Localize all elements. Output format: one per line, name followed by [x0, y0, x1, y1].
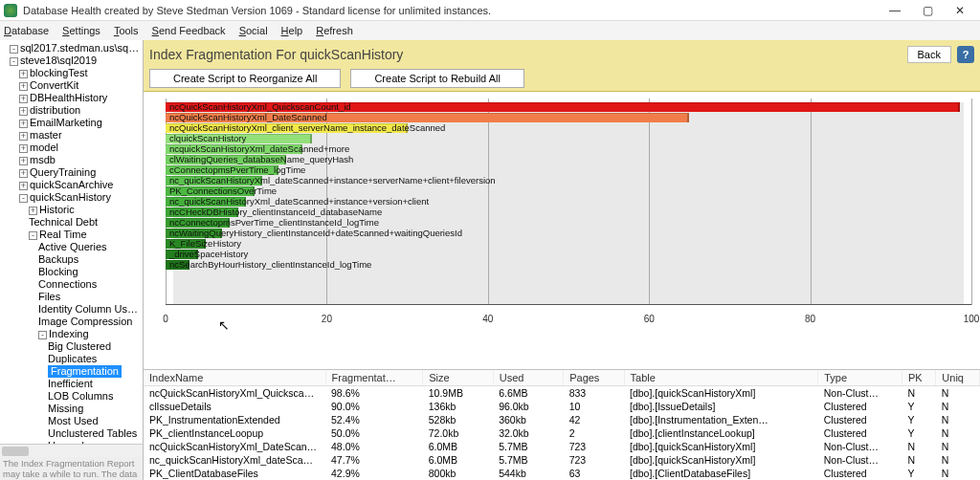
column-header[interactable]: Size	[423, 370, 493, 386]
chart-bar-label: clWaitingQueries_databaseName_queryHash	[169, 154, 353, 164]
menu-help[interactable]: Help	[281, 25, 303, 36]
table-row[interactable]: PK_ClientDatabaseFiles42.9%800kb544kb63[…	[144, 467, 980, 480]
tree-node[interactable]: LOB Columns	[4, 390, 141, 403]
tree-node[interactable]: -steve18\sql2019	[4, 55, 141, 67]
chart-bar[interactable]: nc_quickScanHistoryXml_dateScanned+insta…	[166, 176, 971, 186]
title-bar: Database Health created by Steve Stedman…	[0, 0, 980, 21]
heading-bar: Index Fragmentation For quickScanHistory…	[144, 40, 980, 65]
tree-node[interactable]: +model	[4, 142, 141, 154]
chart-bar-label: ncSearchByHourHistory_clientInstanceId_l…	[169, 259, 371, 270]
tree-node[interactable]: -sql2017.stedman.us\sqlexpress (Dε	[4, 42, 141, 55]
tree-node[interactable]: Inefficient	[4, 378, 141, 390]
table-row[interactable]: ncQuickScanHistoryXml_DateScan…48.0%6.0M…	[144, 440, 980, 453]
tree-node[interactable]: +master	[4, 129, 141, 142]
rebuild-all-button[interactable]: Create Script to Rebuild All	[350, 69, 523, 88]
table-row[interactable]: PK_InstrumentationExtended52.4%528kb360k…	[144, 413, 980, 426]
fragmentation-chart: ncQuickScanHistoryXml_QuickscanCount_idn…	[144, 92, 980, 369]
tree-node[interactable]: Technical Debt	[4, 216, 141, 229]
x-tick: 80	[805, 314, 815, 324]
database-tree[interactable]: -sql2017.stedman.us\sqlexpress (Dε-steve…	[0, 40, 144, 480]
x-tick: 40	[482, 314, 493, 324]
app-icon	[4, 4, 17, 17]
x-tick: 60	[644, 314, 655, 324]
chart-bar-label: nc_quickScanHistoryXml_dateScanned+insta…	[169, 196, 429, 207]
chart-bar-label: nc_quickScanHistoryXml_dateScanned+insta…	[169, 175, 496, 185]
tree-node[interactable]: Fragmentation	[4, 365, 141, 378]
tree-node[interactable]: +msdb	[4, 154, 141, 166]
tree-node[interactable]: Files	[4, 291, 141, 303]
tree-node[interactable]: Connections	[4, 278, 141, 291]
x-tick: 20	[322, 314, 332, 324]
column-header[interactable]: Table	[624, 370, 818, 386]
chart-bar[interactable]: K_FileSizeHistory	[166, 239, 971, 250]
tree-node[interactable]: Active Queries	[4, 241, 141, 253]
table-row[interactable]: nc_quickScanHistoryXml_dateSca…47.7%6.0M…	[144, 453, 980, 467]
chart-bar-label: K_FileSizeHistory	[169, 238, 241, 249]
chart-bar-label: ncCHeckDBHistory_clientInstanceId_databa…	[169, 207, 382, 217]
menu-refresh[interactable]: Refresh	[316, 25, 353, 36]
tree-node[interactable]: Unclustered Tables	[4, 427, 141, 440]
minimize-button[interactable]: —	[879, 1, 911, 20]
tree-horizontal-scrollbar[interactable]	[0, 444, 143, 457]
chart-bar-label: PK_ConnectionsOverTime	[169, 185, 277, 196]
tree-node[interactable]: +blockingTest	[4, 67, 141, 79]
menu-social[interactable]: Social	[239, 25, 268, 36]
help-icon[interactable]: ?	[957, 46, 974, 63]
tree-node[interactable]: Backups	[4, 253, 141, 266]
maximize-button[interactable]: ▢	[911, 1, 944, 20]
tree-node[interactable]: +distribution	[4, 104, 141, 117]
tree-node[interactable]: Image Compression	[4, 316, 141, 328]
chart-bar-label: ncQuickScanHistoryXml_QuickscanCount_id	[169, 101, 351, 112]
chart-bar-label: ncWaitingQueryHistory_clientInstanceId+d…	[169, 228, 462, 238]
tree-node[interactable]: +ConvertKit	[4, 79, 141, 92]
tree-node[interactable]: Identity Column Usage	[4, 303, 141, 316]
tree-node[interactable]: +Historic	[4, 204, 141, 216]
tree-node[interactable]: Duplicates	[4, 353, 141, 365]
chart-bar[interactable]: ncQuickScanHistoryXml_client_serverName_…	[166, 123, 971, 134]
tree-node[interactable]: -Real Time	[4, 229, 141, 241]
x-tick: 0	[163, 314, 168, 324]
menu-database[interactable]: Database	[4, 25, 49, 36]
tree-node[interactable]: +QueryTraining	[4, 166, 141, 179]
menu-settings[interactable]: Settings	[62, 25, 100, 36]
table-row[interactable]: ncQuickScanHistoryXml_Quicksca…98.6%10.9…	[144, 386, 980, 401]
tree-node[interactable]: -quickScanHistory	[4, 191, 141, 204]
column-header[interactable]: Pages	[564, 370, 624, 386]
table-row[interactable]: clIssueDetails90.0%136kb96.0kb10[dbo].[I…	[144, 400, 980, 413]
menu-send-feedback[interactable]: Send Feedback	[152, 25, 226, 36]
fragmentation-table[interactable]: IndexNameFragmentat…SizeUsedPagesTableTy…	[144, 369, 980, 480]
back-button[interactable]: Back	[907, 46, 951, 63]
tree-node[interactable]: -Indexing	[4, 328, 141, 340]
table-row[interactable]: PK_clientInstanceLoopup50.0%72.0kb32.0kb…	[144, 426, 980, 440]
content-pane: Index Fragmentation For quickScanHistory…	[144, 40, 980, 480]
action-button-row: Create Script to Reorganize All Create S…	[144, 65, 980, 92]
tree-node[interactable]: Most Used	[4, 415, 141, 427]
chart-bar[interactable]: ncSearchByHourHistory_clientInstanceId_l…	[166, 260, 971, 271]
page-title: Index Fragmentation For quickScanHistory	[149, 47, 907, 62]
chart-bar-label: ncquickScanHistoryXml_dateScanned+more	[169, 143, 349, 154]
tree-node[interactable]: +quickScanArchive	[4, 179, 141, 191]
window-title: Database Health created by Steve Stedman…	[23, 5, 879, 16]
column-header[interactable]: PK	[902, 370, 935, 386]
chart-bar[interactable]: ncWaitingQueryHistory_clientInstanceId+d…	[166, 229, 971, 239]
chart-bar-label: _driveSpaceHistory	[169, 249, 248, 259]
tree-footnote: The Index Fragmentation Report may take …	[0, 457, 143, 480]
tree-node[interactable]: Blocking	[4, 266, 141, 278]
column-header[interactable]: Type	[818, 370, 902, 386]
tree-node[interactable]: +DBHealthHistory	[4, 92, 141, 104]
column-header[interactable]: Fragmentat…	[325, 370, 423, 386]
chart-bar-label: cConnectopmsPverTime_logTime	[169, 164, 305, 175]
reorganize-all-button[interactable]: Create Script to Reorganize All	[149, 69, 341, 88]
column-header[interactable]: Uniq	[936, 370, 980, 386]
close-button[interactable]: ✕	[944, 1, 976, 20]
tree-node[interactable]: Big Clustered	[4, 340, 141, 353]
column-header[interactable]: IndexName	[144, 370, 325, 386]
chart-bar-label: clquickScanHistory	[169, 133, 246, 143]
x-tick: 100	[964, 314, 980, 324]
chart-bar-label: ncQuickScanHistoryXml_DateScanned	[169, 112, 327, 122]
column-header[interactable]: Used	[493, 370, 563, 386]
chart-bar-label: ncQuickScanHistoryXml_client_serverName_…	[169, 122, 445, 133]
menu-tools[interactable]: Tools	[114, 25, 139, 36]
tree-node[interactable]: +EmailMarketing	[4, 117, 141, 129]
tree-node[interactable]: Missing	[4, 403, 141, 415]
